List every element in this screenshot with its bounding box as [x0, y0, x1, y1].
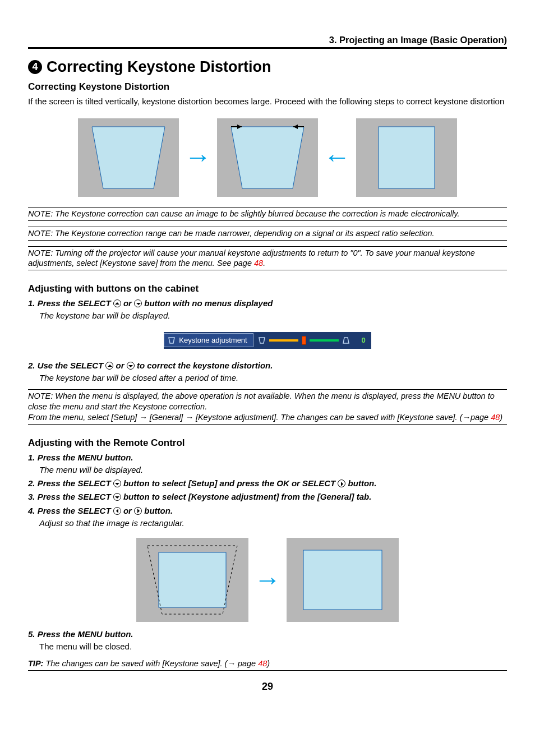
diagram-frame-dashed-trap [136, 538, 248, 622]
remote-step-5: 5. Press the MENU button. [28, 629, 507, 640]
chevron-up-icon [113, 299, 121, 307]
note-save: NOTE: Turning off the projector will cau… [28, 246, 507, 271]
chevron-up-icon [105, 362, 113, 370]
chevron-right-icon [338, 480, 345, 487]
keystone-right-icon [342, 337, 350, 344]
page-link-48-a[interactable]: 48 [254, 259, 263, 268]
keystone-icon [168, 337, 176, 344]
keystone-bar-label: Keystone adjustment [164, 333, 253, 348]
diagram-frame-trapezoid-overlay [217, 118, 318, 197]
cabinet-step-1-sub: The keystone bar will be displayed. [39, 310, 507, 321]
chevron-down-icon [134, 299, 142, 307]
breadcrumb: 3. Projecting an Image (Basic Operation) [28, 34, 507, 49]
subheading-correcting: Correcting Keystone Distortion [28, 81, 507, 94]
keystone-bar-value: 0 [354, 335, 371, 345]
page-title-text: Correcting Keystone Distortion [47, 57, 271, 77]
remote-step-1: 1. Press the MENU button. [28, 452, 507, 463]
chevron-down-icon [127, 362, 135, 370]
intro-paragraph: If the screen is tilted vertically, keys… [28, 96, 507, 107]
remote-step-1-sub: The menu will be displayed. [39, 464, 507, 476]
note-range: NOTE: The Keystone correction range can … [28, 227, 507, 241]
page-link-48-c[interactable]: 48 [258, 659, 267, 668]
svg-marker-5 [293, 125, 298, 129]
arrow-right-icon: → [185, 139, 211, 176]
keystone-diagram-adjust: → [28, 538, 507, 622]
subheading-remote: Adjusting with the Remote Control [28, 437, 507, 450]
chevron-down-icon [113, 480, 121, 487]
section-number-badge: 4 [28, 60, 42, 74]
keystone-bar: Keystone adjustment 0 [28, 332, 507, 349]
cabinet-step-1: 1. Press the SELECT or button with no me… [28, 298, 507, 309]
chevron-left-icon [113, 507, 121, 515]
svg-marker-4 [237, 125, 242, 129]
tip-keystone-save: TIP: The changes can be saved with [Keys… [28, 658, 507, 671]
keystone-left-icon [258, 337, 266, 344]
diagram-frame-trapezoid-top [78, 118, 179, 197]
svg-rect-10 [159, 552, 226, 607]
diagram-frame-rectangle [356, 118, 457, 197]
arrow-left-icon: ← [324, 139, 350, 176]
remote-step-2: 2. Press the SELECT button to select [Se… [28, 478, 507, 489]
remote-step-4-sub: Adjust so that the image is rectangular. [39, 518, 507, 529]
diagram-frame-rect-final [287, 538, 399, 622]
chevron-down-icon [113, 493, 121, 501]
remote-step-3: 3. Press the SELECT button to select [Ke… [28, 491, 507, 503]
chevron-right-icon [134, 507, 142, 515]
note-menu-displayed: NOTE: When the menu is displayed, the ab… [28, 389, 507, 425]
note-blur: NOTE: The Keystone correction can cause … [28, 207, 507, 221]
keystone-bar-track[interactable] [253, 336, 354, 345]
svg-marker-8 [259, 338, 265, 343]
arrow-right-icon: → [254, 562, 281, 598]
remote-step-5-sub: The menu will be closed. [39, 641, 507, 652]
svg-marker-9 [343, 338, 349, 343]
page-link-48-b[interactable]: 48 [491, 413, 500, 422]
svg-marker-0 [92, 127, 165, 188]
svg-rect-6 [379, 127, 435, 188]
cabinet-step-2-sub: The keystone bar will be closed after a … [39, 372, 507, 384]
keystone-diagram-before-after: → ← [28, 118, 507, 197]
subheading-cabinet: Adjusting with buttons on the cabinet [28, 283, 507, 296]
page-title: 4 Correcting Keystone Distortion [28, 57, 507, 77]
cabinet-step-2: 2. Use the SELECT or to correct the keys… [28, 360, 507, 371]
svg-rect-12 [303, 550, 382, 610]
keystone-slider-thumb[interactable] [302, 336, 306, 345]
page-number: 29 [28, 680, 507, 693]
svg-marker-7 [169, 338, 174, 343]
remote-step-4: 4. Press the SELECT or button. [28, 505, 507, 517]
